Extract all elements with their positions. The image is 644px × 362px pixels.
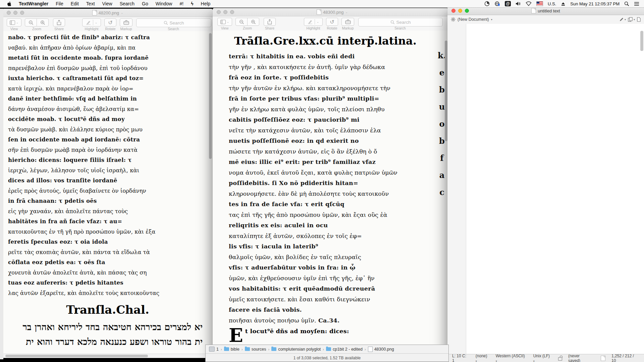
swirl-menu-icon[interactable]: @ bbox=[505, 1, 511, 6]
view-button[interactable]: ⌄ bbox=[7, 18, 21, 26]
scan-line: tes in fra de facie vfa: τ erit qſcūq bbox=[229, 199, 428, 210]
menu-help[interactable]: Help bbox=[197, 0, 214, 7]
menu-file[interactable]: File bbox=[52, 0, 67, 7]
preview-window-48300: 48300.png ⌄ ⌄ View Zoom Share ⌄ Highligh… bbox=[213, 8, 448, 362]
scan-line: θαλμοῖς ὑμῶν, κὰι βολίδες ἐν ταῖς πλευρα… bbox=[229, 252, 428, 263]
path-item-48300-png[interactable]: 48300.png bbox=[368, 347, 394, 352]
input-source-label[interactable]: U.S. bbox=[548, 1, 556, 6]
horizontal-scrollbar-track[interactable] bbox=[3, 354, 213, 358]
window-controls bbox=[217, 10, 234, 14]
rotate-icon: ↺ bbox=[330, 19, 334, 25]
title-chevron-icon[interactable]: ⌄ bbox=[121, 11, 123, 14]
zoom-button[interactable] bbox=[230, 10, 234, 14]
hebrew-line: ית בהור טוראו ושפע כנענאה מלכא דערד והוא… bbox=[7, 335, 203, 349]
menu-go[interactable]: Go bbox=[138, 0, 152, 7]
editor-area[interactable] bbox=[447, 24, 644, 354]
title-chevron-icon[interactable]: ⌄ bbox=[345, 10, 348, 14]
globe-download-icon[interactable] bbox=[494, 1, 500, 7]
titlebar-48200[interactable]: 48200.png ⌄ bbox=[3, 9, 213, 17]
scan-line: κληρονομήσετε. ἐὰν δὲ μὴ ἀπολέσητε τοὺς … bbox=[229, 189, 428, 199]
menu-scripts-icon[interactable]: ϟ bbox=[187, 0, 197, 7]
zoom-in-button[interactable] bbox=[247, 18, 259, 26]
window-title: untitled text bbox=[531, 8, 560, 13]
scan-line: κατὰ ἱεριχὼ. κὰι παρενέβαλον παρὰ ὸν ἰορ… bbox=[8, 84, 199, 94]
menu-edit[interactable]: Edit bbox=[67, 0, 83, 7]
editor-scrollbar-thumb[interactable] bbox=[640, 31, 643, 51]
documents-tool-button[interactable]: ▾ bbox=[628, 17, 635, 22]
markup-button[interactable] bbox=[341, 18, 354, 26]
search-field[interactable]: Search bbox=[358, 18, 443, 26]
menu-text[interactable]: Text bbox=[83, 0, 99, 7]
close-button[interactable] bbox=[217, 10, 221, 14]
eject-icon[interactable] bbox=[561, 1, 566, 7]
language-menu[interactable]: (none) ▾ bbox=[476, 354, 490, 362]
time-machine-icon[interactable] bbox=[484, 1, 490, 7]
share-button[interactable] bbox=[264, 18, 276, 26]
menu-app[interactable]: TextWrangler bbox=[15, 0, 52, 7]
line-break-menu[interactable]: Unix (LF) ▾ bbox=[533, 354, 552, 362]
highlight-button[interactable]: ⌄ bbox=[304, 18, 323, 26]
menu-view[interactable]: View bbox=[99, 0, 116, 7]
minimize-button[interactable] bbox=[223, 10, 227, 14]
textwrangler-titlebar[interactable]: untitled text bbox=[447, 7, 644, 15]
markup-button[interactable] bbox=[120, 18, 132, 26]
input-source-flag-icon[interactable] bbox=[536, 1, 543, 7]
document-selector[interactable]: (New Document) bbox=[458, 17, 489, 22]
scan-page-48300[interactable]: Trāſla.Gre.lxx.cū interp̄.latina. terrā:… bbox=[213, 31, 448, 362]
menu-bar: TextWrangler File Edit Text View Search … bbox=[0, 0, 644, 8]
menu-window[interactable]: Window bbox=[152, 0, 176, 7]
vertical-scrollbar[interactable] bbox=[209, 33, 212, 159]
share-label: Share bbox=[53, 27, 65, 31]
scan-line: feretis ſpeculas eoz: τ oia idola bbox=[8, 237, 199, 247]
rotate-button[interactable]: ↺ bbox=[326, 18, 338, 26]
minimize-button[interactable] bbox=[458, 9, 462, 13]
gear-icon[interactable] bbox=[451, 16, 455, 22]
document-tool-button[interactable] bbox=[637, 17, 641, 22]
scan-line: ὑμεῖς κατοικήσετε. κὰι ἔσαι καθότι διεγν… bbox=[229, 294, 428, 305]
horizontal-scrollbar-thumb[interactable] bbox=[5, 355, 148, 357]
minimize-button[interactable] bbox=[13, 11, 17, 15]
scan-line: cōflata eoz pdetis ea: τ oēs ſta bbox=[8, 257, 199, 268]
menu-shebang[interactable]: #! bbox=[176, 0, 187, 7]
search-field[interactable]: Search bbox=[136, 18, 211, 27]
vertical-scrollbar[interactable] bbox=[445, 41, 447, 141]
apple-menu-icon[interactable] bbox=[4, 1, 15, 7]
path-item-1[interactable]: 1 bbox=[209, 347, 219, 352]
chapter-open-line: E t locut⁹ē dñs ad moyſen: dices: bbox=[213, 326, 448, 343]
share-button[interactable] bbox=[53, 18, 65, 26]
encoding-menu[interactable]: Western (ASCII) ▾ bbox=[496, 354, 527, 362]
volume-icon[interactable] bbox=[516, 1, 521, 7]
spotlight-icon[interactable] bbox=[624, 1, 629, 7]
search-placeholder: Search bbox=[396, 20, 411, 25]
view-button[interactable]: ⌄ bbox=[217, 18, 232, 26]
finder-status-bar: 1 of 3,038 selected, 1.52 TB available bbox=[206, 354, 448, 362]
hebrew-line: יא למצרים בכירהא חטיבאה בחד ליריחא ואהרן… bbox=[7, 320, 203, 335]
notification-center-icon[interactable] bbox=[634, 1, 639, 7]
zoom-button[interactable] bbox=[465, 9, 469, 13]
scan-page-48200[interactable]: nabo. τ profecti ſūt de finib⁹ abariz: τ… bbox=[3, 31, 213, 358]
edge-letter: u bbox=[439, 102, 445, 112]
close-button[interactable] bbox=[7, 11, 11, 15]
path-item-sources[interactable]: sources bbox=[245, 347, 266, 352]
zoom-in-button[interactable] bbox=[37, 18, 49, 26]
zoom-out-button[interactable] bbox=[25, 18, 37, 26]
path-item-complutensian-polyglot[interactable]: complutensian polyglot bbox=[271, 347, 321, 352]
path-item-bible[interactable]: bible bbox=[224, 347, 239, 352]
menu-clock[interactable]: Sun May 21 12:05:37 PM bbox=[570, 1, 620, 6]
scan-line: ſen in occidente moab apd iordanē: cōtra bbox=[8, 135, 199, 145]
rotate-button[interactable]: ↺ bbox=[104, 18, 116, 26]
pencil-tool-button[interactable]: ▾ bbox=[619, 17, 626, 22]
toolbar-48300: ⌄ View Zoom Share ⌄ Highlight ↺ Rotate M… bbox=[213, 16, 448, 31]
highlight-button[interactable]: ⌄ bbox=[82, 18, 101, 26]
scan-line: vfis: τ aduerſabūtur vobis in fra: in ᾧ bbox=[229, 262, 428, 273]
drop-cap-line: t locut⁹ē dñs ad moyſen: dices: bbox=[245, 328, 428, 335]
menu-search[interactable]: Search bbox=[116, 0, 138, 7]
zoom-button[interactable] bbox=[20, 11, 24, 15]
char-word-line-counts: 1,252 / 212 / 10 bbox=[611, 354, 639, 362]
zoom-out-button[interactable] bbox=[235, 18, 248, 26]
wifi-icon[interactable] bbox=[526, 1, 532, 7]
path-item-cp1bit-2-edited[interactable]: cp1bit 2 - edited bbox=[326, 347, 363, 352]
window-controls bbox=[451, 9, 469, 13]
unlocked-icon[interactable] bbox=[558, 357, 562, 361]
close-button[interactable] bbox=[451, 9, 455, 13]
